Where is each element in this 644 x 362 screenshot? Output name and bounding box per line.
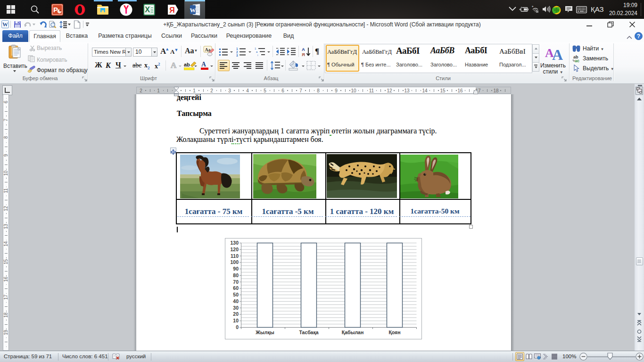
svg-text:Қоян: Қоян: [388, 329, 400, 335]
svg-text:Тасбақа: Тасбақа: [299, 329, 318, 335]
svg-text:Қабылан: Қабылан: [342, 329, 364, 335]
svg-text:Жылқы: Жылқы: [255, 329, 274, 335]
svg-text:P: P: [53, 6, 58, 14]
svg-text:30: 30: [233, 305, 239, 311]
svg-text:a: a: [256, 50, 258, 53]
svg-text:1: 1: [255, 47, 256, 50]
svg-text:120: 120: [230, 247, 239, 252]
svg-text:ac: ac: [575, 58, 579, 63]
svg-text:А: А: [302, 47, 305, 52]
svg-text:X: X: [145, 6, 150, 14]
svg-text:A: A: [201, 61, 206, 68]
svg-text:Я: Я: [169, 6, 175, 14]
svg-text:110: 110: [231, 253, 239, 259]
svg-text:60: 60: [233, 285, 239, 291]
svg-text:i: i: [257, 54, 258, 57]
svg-text:3: 3: [236, 54, 238, 57]
svg-text:1: 1: [236, 47, 238, 50]
svg-text:90: 90: [233, 266, 239, 272]
svg-text:?: ?: [637, 33, 640, 40]
svg-text:A: A: [552, 46, 563, 61]
svg-text:10: 10: [233, 318, 239, 323]
svg-text:W: W: [190, 7, 196, 14]
svg-text:0: 0: [236, 324, 239, 330]
svg-text:20: 20: [233, 311, 239, 317]
svg-text:100: 100: [230, 259, 239, 265]
svg-text:ab: ab: [184, 62, 190, 67]
svg-text:50: 50: [233, 292, 239, 297]
svg-text:2: 2: [236, 50, 238, 54]
svg-text:40: 40: [233, 298, 239, 304]
svg-text:130: 130: [230, 240, 239, 246]
svg-text:70: 70: [233, 279, 239, 285]
svg-text:80: 80: [233, 272, 239, 278]
svg-text:Я: Я: [302, 52, 305, 57]
